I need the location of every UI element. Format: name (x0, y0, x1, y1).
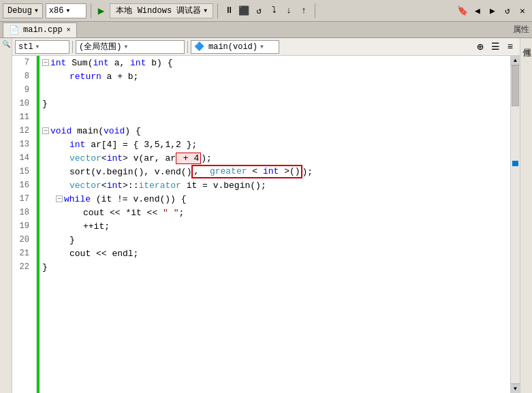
sep1 (91, 3, 91, 18)
scope3-icon: 🔷 (194, 42, 204, 52)
code-line-22: } (42, 260, 510, 274)
play-button[interactable]: ▶ (95, 4, 108, 18)
add-member-icon[interactable]: ⊕ (473, 40, 487, 54)
restart-icon[interactable]: ↺ (252, 4, 266, 18)
scope-dropdown-1[interactable]: stl ▼ (15, 40, 69, 54)
nav-forward-icon[interactable]: ▶ (486, 4, 499, 18)
debug-dropdown[interactable]: Debug ▼ (3, 3, 43, 18)
line-num-8: 8 (12, 69, 33, 83)
code-line-10: } (42, 97, 510, 110)
line-num-15: 15 (12, 165, 33, 178)
code-line-17: − while (it != v.end()) { (42, 192, 510, 206)
right-panel: 属性 (520, 38, 532, 393)
run-debugger-button[interactable]: 本地 Windows 调试器 ▼ (110, 3, 213, 18)
scope1-arrow: ▼ (36, 44, 40, 50)
nav-close-icon[interactable]: ✕ (516, 4, 529, 18)
line-num-19: 19 (12, 219, 33, 233)
code-line-15: sort (v.begin(), v.end() , greater < int… (42, 165, 510, 178)
code-line-12: − void main ( void ) { (42, 124, 510, 138)
editor-dropdowns: stl ▼ (全局范围) ▼ 🔷 main(void) ▼ ⊕ ☰ ≡ (12, 38, 520, 56)
scroll-down-button[interactable]: ▼ (511, 383, 520, 393)
run-label: 本地 Windows 调试器 (116, 5, 201, 16)
collapse-7[interactable]: − (42, 59, 49, 66)
scope-dropdown-3[interactable]: 🔷 main(void) ▼ (191, 40, 279, 54)
editor-right-icons: ⊕ ☰ ≡ (473, 40, 517, 54)
platform-arrow: ▼ (66, 7, 69, 14)
tab-main-cpp[interactable]: 📄 main.cpp × (3, 22, 77, 37)
code-line-20: } (42, 233, 510, 247)
scope2-arrow: ▼ (124, 44, 127, 50)
line-num-13: 13 (12, 138, 33, 151)
scroll-indicator-blue (512, 161, 518, 166)
left-search-icon[interactable]: 🔍 (1, 40, 11, 49)
pause-icon[interactable]: ⏸ (222, 4, 236, 18)
scroll-thumb[interactable] (512, 65, 519, 106)
sep3 (315, 3, 315, 18)
stepinto-icon[interactable]: ↓ (282, 4, 296, 18)
scroll-up-button[interactable]: ▲ (511, 56, 520, 65)
stepover-icon[interactable]: ⤵ (267, 4, 281, 18)
main-toolbar: Debug ▼ x86 ▼ ▶ 本地 Windows 调试器 ▼ ⏸ ⬛ ↺ ⤵… (0, 0, 532, 22)
tab-filename: main.cpp (23, 25, 63, 35)
properties-label: 属性 (513, 25, 529, 35)
line-numbers: 7 8 9 10 11 12 13 14 15 16 17 18 19 20 2… (12, 56, 37, 393)
nav-refresh-icon[interactable]: ↺ (501, 4, 514, 18)
code-content[interactable]: − int Sum ( int a, int b) { return a + b… (40, 56, 510, 393)
dropdown-sep1 (72, 41, 73, 53)
nav-back-icon[interactable]: ◀ (471, 4, 484, 18)
code-line-7: − int Sum ( int a, int b) { (42, 56, 510, 69)
scroll-track[interactable] (511, 65, 520, 383)
platform-label: x86 (49, 6, 64, 16)
code-line-9 (42, 83, 510, 97)
scope3-arrow: ▼ (260, 44, 264, 50)
collapse-17[interactable]: − (56, 195, 63, 202)
line-num-20: 20 (12, 233, 33, 247)
debug-label: Debug (7, 6, 32, 16)
tab-close-btn[interactable]: × (67, 27, 71, 34)
scope-dropdown-2[interactable]: (全局范围) ▼ (76, 40, 185, 54)
highlight-box-line15: , greater < int >() (191, 165, 302, 178)
list-icon[interactable]: ☰ (488, 40, 502, 54)
code-line-19: ++it; (42, 219, 510, 233)
line-num-12: 12 (12, 124, 33, 138)
tab-bar: 📄 main.cpp × 属性 (0, 22, 532, 38)
line-num-16: 16 (12, 178, 33, 192)
line14-highlight: + 4 (176, 153, 201, 164)
right-toolbar-icons: 🔖 ◀ ▶ ↺ ✕ (456, 4, 529, 18)
code-line-14: vector < int > v(ar, ar + 4 ); (42, 151, 510, 165)
line-num-7: 7 (12, 56, 33, 69)
stepout-icon[interactable]: ↑ (297, 4, 311, 18)
vertical-scrollbar[interactable]: ▲ ▼ (510, 56, 520, 393)
tab-file-icon: 📄 (9, 25, 19, 35)
code-line-8: return a + b; (42, 69, 510, 83)
scope2-label: (全局范围) (79, 41, 121, 52)
code-line-16: vector < int >:: iterator it = v.begin()… (42, 178, 510, 192)
stop-icon[interactable]: ⬛ (237, 4, 251, 18)
main-area: 🔍 stl ▼ (全局范围) ▼ 🔷 main(void) ▼ ⊕ ☰ (0, 38, 532, 393)
code-line-11 (42, 110, 510, 124)
line-num-11: 11 (12, 110, 33, 124)
line-num-22: 22 (12, 260, 33, 274)
collapse-12[interactable]: − (42, 127, 49, 134)
run-arrow: ▼ (204, 7, 207, 14)
line-num-9: 9 (12, 83, 33, 97)
scope1-label: stl (18, 42, 33, 52)
line-num-14: 14 (12, 151, 33, 165)
code-editor[interactable]: 7 8 9 10 11 12 13 14 15 16 17 18 19 20 2… (12, 56, 520, 393)
editor-container: stl ▼ (全局范围) ▼ 🔷 main(void) ▼ ⊕ ☰ ≡ (12, 38, 520, 393)
bookmark-icon[interactable]: 🔖 (456, 4, 469, 18)
line-num-21: 21 (12, 247, 33, 260)
platform-dropdown[interactable]: x86 ▼ (46, 3, 87, 18)
sep2 (217, 3, 218, 18)
debug-arrow: ▼ (35, 7, 38, 14)
line-num-17: 17 (12, 192, 33, 206)
scope3-label: main(void) (208, 42, 257, 52)
prop-icon[interactable]: ≡ (503, 40, 517, 54)
line-num-18: 18 (12, 206, 33, 219)
right-panel-tab: 属性 (513, 24, 532, 35)
code-line-18: cout << *it << " " ; (42, 206, 510, 219)
code-line-21: cout << endl; (42, 247, 510, 260)
code-line-13: int ar[4] = { 3,5,1,2 }; (42, 138, 510, 151)
dropdown-sep2 (187, 41, 188, 53)
line-num-10: 10 (12, 97, 33, 110)
